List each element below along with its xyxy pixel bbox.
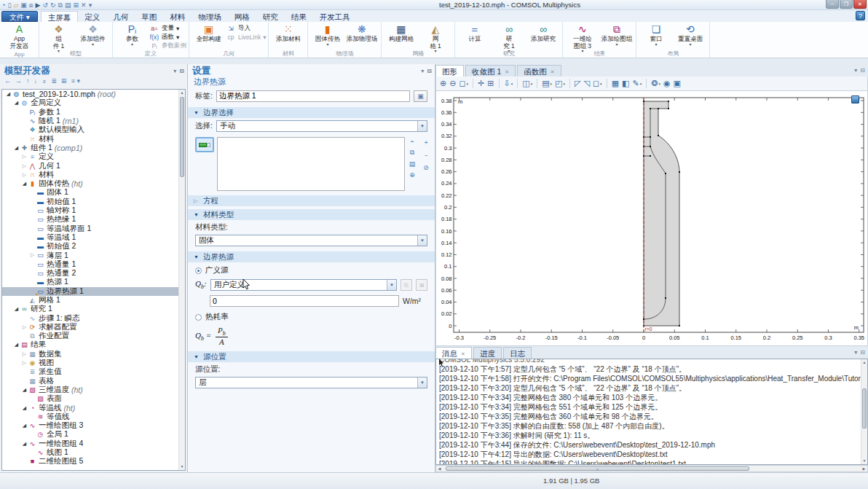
tree-item-热绝缘 1[interactable]: ▭热绝缘 1: [2, 215, 185, 224]
collapsed-icon[interactable]: ▷: [21, 154, 28, 160]
app-builder-button[interactable]: AApp 开发器: [2, 23, 36, 50]
close-button[interactable]: ✕: [853, 0, 867, 9]
heat-transfer-solids-button[interactable]: ▮固体传热▾: [310, 23, 344, 47]
ribbon-tab-材料[interactable]: 材料: [163, 11, 192, 22]
tree-item-结果[interactable]: ◢▤结果: [2, 340, 185, 349]
tree-item-热源 1[interactable]: ▬热源 1: [2, 278, 185, 286]
graphics-canvas[interactable]: -0.3-0.25-0.2-0.15-0.1-0.0500.050.10.150…: [435, 91, 868, 346]
tree-item-视图[interactable]: ▷◉视图: [2, 359, 185, 367]
float-panel-icon[interactable]: ⊟: [860, 67, 865, 74]
collapse-panel-icon[interactable]: ▾: [854, 67, 857, 74]
help-button[interactable]: ?: [856, 11, 865, 20]
windows-button[interactable]: ❏窗口▾: [639, 23, 673, 47]
tree-item-等值线[interactable]: ≋等值线: [2, 412, 185, 421]
print-icon[interactable]: ▤▾: [542, 79, 552, 88]
scroll-right-icon[interactable]: ▶: [861, 466, 867, 471]
plot-group-3-button[interactable]: ∿一维绘 图组 3▾: [565, 23, 599, 53]
add-material-button[interactable]: ⁙添加材料: [271, 23, 305, 43]
scroll-down-icon[interactable]: ▼: [179, 463, 185, 470]
show-order-icon[interactable]: ≣: [52, 77, 58, 85]
tree-item-一维绘图组 4[interactable]: ◢∿一维绘图组 4: [2, 439, 185, 448]
scroll-up-icon[interactable]: ▲: [861, 359, 867, 366]
mesh-view-icon[interactable]: ▦: [612, 79, 619, 88]
messages-log[interactable]: COMSOL Multiphysics 5.5.0.292[2019-12-10…: [435, 359, 868, 465]
general-source-radio[interactable]: [195, 267, 202, 274]
move-down-icon[interactable]: ↓: [34, 77, 38, 85]
label-input[interactable]: [216, 90, 410, 102]
selection-combo[interactable]: 手动 ▼: [216, 120, 427, 132]
remove-from-selection-icon[interactable]: －: [422, 151, 430, 160]
show-selection-icon[interactable]: ◻▾: [593, 79, 602, 88]
tree-item-线图 1[interactable]: ∿线图 1: [2, 448, 185, 457]
messages-scroll-thumb[interactable]: [862, 388, 867, 429]
undo-icon[interactable]: ↺: [42, 1, 48, 9]
source-type-combo[interactable]: 用户定义 ▼: [210, 279, 397, 291]
expanded-icon[interactable]: ◢: [21, 441, 28, 447]
annotations-icon[interactable]: ✎▾: [632, 79, 642, 88]
minimize-button[interactable]: ─: [826, 0, 839, 9]
export-image-icon[interactable]: ◰▾: [555, 79, 565, 88]
tree-item-研究 1[interactable]: ◢∞研究 1: [2, 305, 185, 313]
tree-item-数据集[interactable]: ▷▦数据集: [2, 350, 185, 359]
build-all-button[interactable]: ▣全部构建: [192, 23, 226, 43]
tree-item-轴对称 1[interactable]: ▭轴对称 1: [2, 206, 185, 215]
tree-item-固体传热[interactable]: ◢▮固体传热(ht): [2, 179, 185, 188]
zoom-box-icon[interactable]: ◻▾: [459, 79, 468, 88]
maximize-button[interactable]: ❐: [840, 0, 853, 9]
ribbon-tab-结果[interactable]: 结果: [285, 11, 313, 22]
tree-item-test_2019-12-10.mph[interactable]: ◢◍test_2019-12-10.mph(root): [2, 90, 185, 98]
move-up-icon[interactable]: ↑: [26, 77, 30, 85]
file-menu-button[interactable]: 文件 ▾: [1, 11, 38, 22]
messages-hscroll-thumb[interactable]: ≡: [446, 466, 749, 471]
ribbon-tab-研究[interactable]: 研究: [256, 11, 285, 22]
messages-tab-消息[interactable]: 消息✕: [435, 347, 472, 359]
tree-item-定义[interactable]: ▷≡定义: [2, 152, 185, 161]
tree-item-二维绘图组 5[interactable]: ■二维绘图组 5: [2, 457, 185, 466]
duplicate-icon[interactable]: ⊞: [74, 1, 79, 9]
scroll-left-icon[interactable]: ◀: [436, 466, 443, 471]
add-physics-button[interactable]: ❋添加物理场: [344, 23, 379, 43]
ribbon-tab-几何[interactable]: 几何: [106, 11, 135, 22]
paste-icon[interactable]: ▤: [65, 1, 71, 9]
add-to-selection-icon[interactable]: ＋: [422, 138, 430, 147]
float-panel-icon[interactable]: ⊟: [179, 68, 184, 74]
camera-snapshot-icon[interactable]: ◉: [663, 79, 671, 88]
copy-selection-icon[interactable]: ⧉: [408, 149, 417, 157]
tree-item-薄层 1[interactable]: ▷▭薄层 1: [2, 251, 185, 259]
chevron-down-icon[interactable]: ▼: [387, 280, 396, 290]
graphics-tab-图形[interactable]: 图形: [435, 65, 464, 77]
messages-tab-进度[interactable]: 进度: [473, 347, 502, 359]
tree-item-初始值 2[interactable]: ▬初始值 2: [2, 242, 185, 251]
tree-item-等温线[interactable]: ◢◔等温线(ht): [2, 403, 185, 412]
section-boundary-heat-source[interactable]: ▼ 边界热源: [188, 251, 435, 262]
save-icon[interactable]: ▣: [20, 1, 27, 9]
tree-item-作业配置[interactable]: ⧉作业配置: [2, 332, 185, 340]
material-color-icon[interactable]: ◧: [622, 79, 629, 88]
collapsed-icon[interactable]: ▷: [21, 172, 28, 178]
tree-item-三维温度[interactable]: ◢▧三维温度(ht): [2, 386, 185, 394]
close-icon[interactable]: ✕: [461, 351, 465, 357]
zoom-out-icon[interactable]: ⊖: [449, 79, 456, 88]
tree-scrollbar[interactable]: ▲ ▼: [178, 90, 185, 470]
delete-icon[interactable]: ✕: [81, 1, 87, 9]
comsol-logo[interactable]: ◔: [1, 1, 5, 9]
expanded-icon[interactable]: ◢: [21, 423, 28, 429]
add-component-button[interactable]: ❖添加组件▾: [76, 23, 110, 47]
redo-icon[interactable]: ↻: [50, 1, 56, 9]
scroll-down-icon[interactable]: ▼: [861, 458, 867, 464]
close-icon[interactable]: ✕: [505, 69, 509, 75]
zoom-extents-icon[interactable]: ✛: [478, 79, 484, 88]
ribbon-tab-物理场[interactable]: 物理场: [192, 11, 228, 22]
float-panel-icon[interactable]: ⊟: [860, 349, 865, 356]
ribbon-tab-开发工具[interactable]: 开发工具: [313, 11, 357, 22]
collapse-panel-icon[interactable]: ▾: [421, 68, 424, 74]
collapsed-icon[interactable]: ▷: [21, 324, 28, 330]
reset-desktop-button[interactable]: ⟲重置桌面▾: [673, 23, 707, 47]
add-plot-group-button[interactable]: ⧉添加绘图组▾: [599, 23, 634, 47]
graphics-tab-收敛图 1[interactable]: 收敛图 1✕: [465, 65, 516, 77]
create-selection-icon[interactable]: ⌁: [408, 138, 417, 145]
tree-item-一维绘图组 3[interactable]: ◢∿一维绘图组 3: [2, 421, 185, 430]
expanded-icon[interactable]: ◢: [13, 342, 20, 348]
tree-item-表面[interactable]: ▨表面: [2, 394, 185, 403]
plot-info-button[interactable]: [851, 95, 859, 103]
